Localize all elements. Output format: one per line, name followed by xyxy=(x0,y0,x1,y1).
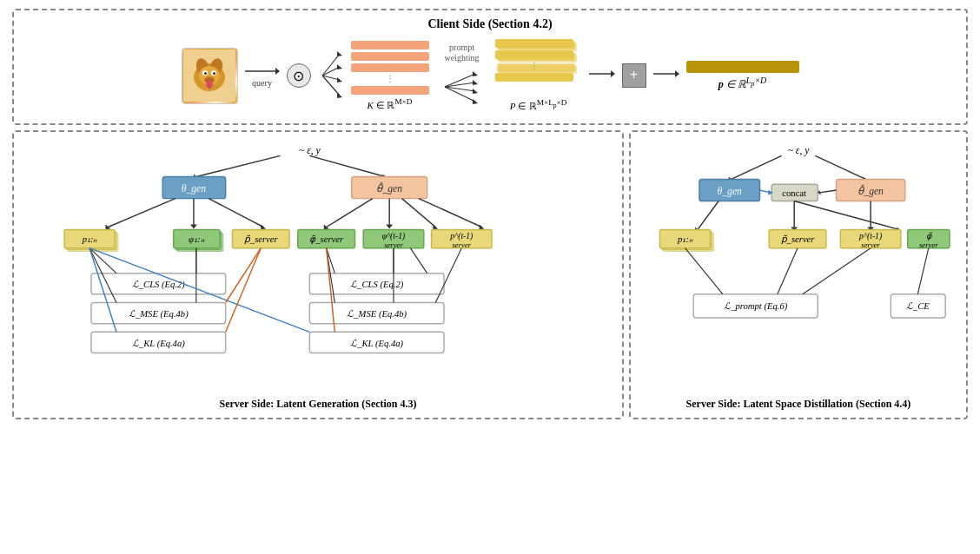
distillation-diagram: ~ ε, y θ_gen concat θ̂_gen xyxy=(638,139,959,391)
svg-line-101 xyxy=(226,248,262,303)
svg-marker-20 xyxy=(337,77,342,82)
svg-marker-55 xyxy=(433,225,438,230)
svg-marker-34 xyxy=(675,70,679,77)
svg-line-144 xyxy=(803,248,871,294)
svg-marker-18 xyxy=(337,64,342,69)
result-bar xyxy=(686,61,799,73)
svg-text:ℒ_MSE (Eq.4b): ℒ_MSE (Eq.4b) xyxy=(347,309,407,320)
svg-text:θ̂_gen: θ̂_gen xyxy=(376,181,402,195)
k-matrix-arrows xyxy=(318,45,344,106)
svg-text:server: server xyxy=(861,241,880,249)
client-flow: query ⊙ xyxy=(24,36,956,115)
svg-marker-47 xyxy=(190,225,197,229)
server-right-title: Server Side: Latent Space Distillation (… xyxy=(638,398,959,411)
svg-point-8 xyxy=(213,72,215,75)
svg-marker-28 xyxy=(473,89,478,94)
k-bar-dots: ⋮ xyxy=(351,75,429,83)
svg-line-118 xyxy=(698,201,718,230)
k-bar-1 xyxy=(351,41,429,49)
k-matrix-container: ⋮ K ∈ ℝM×D xyxy=(351,41,429,111)
svg-line-98 xyxy=(410,248,427,274)
dog-image xyxy=(182,48,238,104)
svg-marker-30 xyxy=(473,99,478,104)
svg-line-143 xyxy=(778,248,798,294)
latent-generation-diagram: ~ ε, y θ_gen θ̂_gen xyxy=(21,139,615,391)
k-bar-3 xyxy=(351,63,429,72)
svg-text:~ ε, y: ~ ε, y xyxy=(299,145,321,156)
svg-line-36 xyxy=(196,155,281,176)
svg-line-38 xyxy=(309,155,385,176)
svg-text:θ_gen: θ_gen xyxy=(182,183,206,195)
svg-marker-14 xyxy=(275,68,280,75)
svg-line-56 xyxy=(419,199,482,228)
svg-text:φ̃_server: φ̃_server xyxy=(309,234,344,245)
svg-text:p̃_server: p̃_server xyxy=(244,234,279,245)
dot-product-operator: ⊙ xyxy=(287,63,311,88)
svg-text:ℒ_MSE (Eq.4b): ℒ_MSE (Eq.4b) xyxy=(129,309,189,320)
svg-marker-49 xyxy=(261,225,266,230)
arrow-to-plus xyxy=(589,67,615,84)
svg-text:ℒ_KL (Eq.4a): ℒ_KL (Eq.4a) xyxy=(132,339,185,349)
client-side-section: Client Side (Section 4.2) xyxy=(12,9,968,125)
client-side-title: Client Side (Section 4.2) xyxy=(24,17,956,31)
svg-marker-22 xyxy=(337,93,342,98)
server-right-section: ~ ε, y θ_gen concat θ̂_gen xyxy=(629,130,968,419)
svg-text:p₁:ₙ: p₁:ₙ xyxy=(82,234,98,244)
server-left-section: ~ ε, y θ_gen θ̂_gen xyxy=(12,130,624,419)
svg-line-50 xyxy=(327,199,373,228)
svg-marker-32 xyxy=(611,70,615,77)
bottom-row: ~ ε, y θ_gen θ̂_gen xyxy=(12,130,968,419)
svg-text:server: server xyxy=(384,241,403,249)
svg-line-142 xyxy=(685,248,724,294)
p-matrix-label: P ∈ ℝM×Lp×D xyxy=(510,98,567,112)
svg-text:p̃_server: p̃_server xyxy=(781,234,816,245)
svg-marker-45 xyxy=(105,225,110,230)
svg-text:θ_gen: θ_gen xyxy=(718,186,742,197)
svg-marker-53 xyxy=(386,225,393,229)
svg-text:ℒ_CE: ℒ_CE xyxy=(906,301,930,311)
svg-text:server: server xyxy=(452,241,471,249)
p-matrix-stack: ⋮ xyxy=(495,39,582,91)
arrow-to-result xyxy=(653,67,679,84)
server-left-title: Server Side: Latent Generation (Section … xyxy=(21,398,615,411)
svg-text:ℒ_prompt (Eq.6): ℒ_prompt (Eq.6) xyxy=(724,301,788,312)
p-matrix-container: ⋮ P ∈ ℝM×Lp×D xyxy=(495,39,582,112)
svg-text:~ ε, y: ~ ε, y xyxy=(788,145,811,156)
svg-point-7 xyxy=(204,72,207,75)
svg-marker-16 xyxy=(337,51,342,56)
query-arrow: query xyxy=(245,64,280,88)
svg-text:ℒ_KL (Eq.4a): ℒ_KL (Eq.4a) xyxy=(350,339,403,349)
plus-operator: + xyxy=(622,63,646,88)
svg-text:θ̂_gen: θ̂_gen xyxy=(858,184,884,197)
prompt-weighting-section: prompt weighting xyxy=(436,43,488,109)
svg-text:ℒ_CLS (Eq.2): ℒ_CLS (Eq.2) xyxy=(350,280,404,290)
result-container: p ∈ ℝLp×D xyxy=(686,61,799,91)
svg-line-48 xyxy=(209,199,263,228)
svg-marker-24 xyxy=(473,71,478,76)
svg-line-116 xyxy=(819,190,836,193)
svg-marker-26 xyxy=(473,80,478,85)
svg-text:p₁:ₙ: p₁:ₙ xyxy=(677,234,693,244)
svg-text:φ₁:ₙ: φ₁:ₙ xyxy=(189,234,204,244)
svg-line-106 xyxy=(815,155,865,179)
svg-line-124 xyxy=(794,201,899,230)
svg-line-44 xyxy=(108,199,175,228)
k-bar-2 xyxy=(351,52,429,61)
svg-line-104 xyxy=(732,155,782,179)
svg-text:server: server xyxy=(919,241,938,249)
svg-line-54 xyxy=(402,199,436,228)
p-matrix-front: ⋮ xyxy=(495,39,573,82)
svg-marker-57 xyxy=(480,225,485,230)
svg-line-102 xyxy=(226,248,262,333)
k-matrix-bars: ⋮ xyxy=(351,41,429,95)
svg-line-145 xyxy=(917,248,929,294)
result-label: p ∈ ℝLp×D xyxy=(718,76,767,91)
svg-text:concat: concat xyxy=(782,188,806,198)
k-matrix-label: K ∈ ℝM×D xyxy=(368,97,413,111)
prompt-weighting-label: prompt weighting xyxy=(436,43,488,63)
k-bar-4 xyxy=(351,86,429,95)
